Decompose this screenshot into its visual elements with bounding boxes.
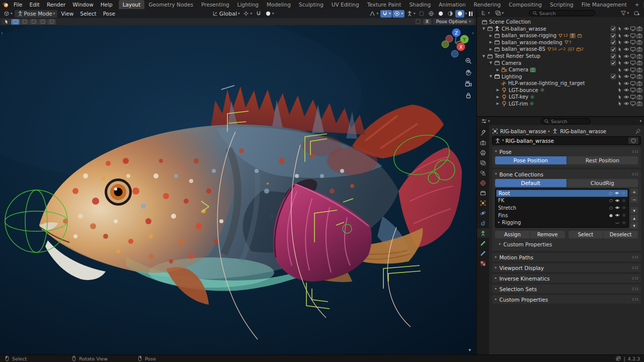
bone-collections-header[interactable]: ▾ Bone Collections: [495, 170, 638, 178]
outliner-row-bs[interactable]: ▶ ballan_wrasse-BS 10 2 2 2: [477, 46, 644, 53]
selectable-toggle[interactable]: [616, 87, 623, 93]
shading-rendered-button[interactable]: [455, 10, 464, 18]
pin-icon[interactable]: [635, 128, 641, 134]
zoom-icon[interactable]: [465, 57, 472, 64]
outliner-row-lgt-bounce[interactable]: ▶ LGT-bounce: [477, 86, 644, 94]
remove-collection-button[interactable]: −: [630, 196, 638, 203]
bone-collection-row-stretch[interactable]: Stretch ○ ☆: [496, 204, 628, 212]
blender-logo-icon[interactable]: [2, 1, 9, 8]
outliner-row-lighting-collection[interactable]: ▼ Lighting: [477, 73, 644, 80]
solo-star-icon[interactable]: ☆: [622, 213, 626, 218]
panel-drag-handle[interactable]: [632, 150, 638, 153]
disable-render-toggle[interactable]: [636, 80, 642, 86]
outliner-filter-dropdown[interactable]: ▾: [619, 10, 631, 17]
add-collection-button[interactable]: +: [630, 189, 638, 195]
select-mode-invert-button[interactable]: [38, 19, 47, 25]
hide-viewport-toggle[interactable]: [623, 60, 629, 66]
network-offline-icon[interactable]: [615, 355, 621, 361]
visibility-dot[interactable]: ○: [609, 206, 613, 210]
disable-render-toggle[interactable]: [636, 87, 642, 93]
tab-bone-constraints[interactable]: [477, 248, 489, 258]
tab-view-layer[interactable]: [477, 158, 489, 167]
tab-bone[interactable]: [477, 238, 489, 248]
data-name-value[interactable]: RIG-ballan_wrasse: [506, 138, 554, 144]
selectable-toggle[interactable]: [616, 67, 623, 72]
hide-viewport-toggle[interactable]: [623, 39, 629, 45]
disable-viewport-toggle[interactable]: [629, 73, 636, 79]
menu-help[interactable]: Help: [97, 0, 116, 9]
sidebar-expand-arrow[interactable]: ‹: [472, 30, 474, 36]
specials-dropdown[interactable]: ▾: [630, 207, 638, 214]
tab-compositing[interactable]: Compositing: [505, 0, 546, 9]
breadcrumb-data[interactable]: RIG-ballan_wrasse: [560, 129, 606, 134]
select-mode-subtract-button[interactable]: [29, 19, 38, 25]
mirror-x-toggle[interactable]: X: [423, 19, 431, 25]
tab-animation[interactable]: Animation: [435, 0, 470, 9]
new-collection-button[interactable]: [632, 10, 641, 17]
pause-render-button[interactable]: [467, 10, 474, 18]
navigation-gizmo[interactable]: Z Y X: [437, 26, 469, 58]
properties-options-dropdown[interactable]: ▾: [639, 120, 641, 123]
tab-scene[interactable]: [477, 168, 489, 177]
solo-star-icon[interactable]: ☆: [621, 191, 625, 196]
solo-star-icon[interactable]: ☆: [622, 198, 626, 203]
disable-viewport-toggle[interactable]: [629, 46, 636, 52]
outliner-row-scene-collection[interactable]: Scene Collection: [477, 19, 644, 26]
move-up-button[interactable]: ▴: [630, 215, 638, 221]
snap-toggle[interactable]: [254, 10, 263, 18]
selectable-toggle[interactable]: [616, 47, 623, 52]
disable-render-toggle[interactable]: [636, 46, 642, 52]
selectable-toggle[interactable]: [616, 101, 623, 106]
disable-viewport-toggle[interactable]: [629, 87, 636, 93]
disable-render-toggle[interactable]: [636, 39, 642, 45]
solo-star-icon[interactable]: ☆: [622, 220, 626, 225]
expand-icon[interactable]: ▸: [498, 221, 500, 224]
menu-file[interactable]: File: [10, 0, 26, 9]
selectable-toggle[interactable]: [616, 74, 623, 79]
tab-armature-data[interactable]: [477, 228, 489, 238]
tab-tool[interactable]: [477, 128, 489, 137]
motion-paths-panel[interactable]: ▸Motion Paths: [492, 253, 641, 261]
outliner-row-hlp-target[interactable]: HLP-wrasse-lighting_rig_target: [477, 80, 644, 87]
tab-texture[interactable]: [477, 258, 489, 268]
toggle-xray-button[interactable]: [417, 10, 426, 18]
disable-viewport-toggle[interactable]: [629, 101, 636, 107]
outliner-row-camera-collection[interactable]: ▼ Camera: [477, 59, 644, 66]
editor-type-button[interactable]: ▾: [2, 10, 14, 18]
disable-render-toggle[interactable]: [636, 73, 642, 79]
shading-wireframe-button[interactable]: [427, 10, 436, 18]
tab-object-constraints[interactable]: [477, 218, 489, 228]
disable-viewport-toggle[interactable]: [629, 26, 636, 32]
tab-cloudrig[interactable]: CloudRig: [567, 179, 638, 187]
tab-object[interactable]: [477, 198, 489, 208]
panel-drag-handle[interactable]: [632, 288, 638, 290]
bone-collection-row-fins[interactable]: Fins ● ☆: [496, 212, 628, 219]
hide-viewport-toggle[interactable]: [623, 26, 629, 32]
tab-shading[interactable]: Shading: [405, 0, 435, 9]
tab-default[interactable]: Default: [495, 179, 567, 187]
panel-drag-handle[interactable]: [632, 173, 638, 175]
tab-scripting[interactable]: Scripting: [546, 0, 578, 9]
outliner-row-modeling[interactable]: ▶ ballan_wrasse-modeling 7: [477, 39, 644, 46]
expand-icon[interactable]: ▶: [488, 47, 494, 51]
remove-button[interactable]: Remove: [530, 231, 565, 238]
pose-position-button[interactable]: Pose Position: [495, 156, 567, 164]
outliner-row-rigging[interactable]: ▶ ballan_wrasse-rigging 12: [477, 32, 644, 39]
custom-properties-panel[interactable]: ▸Custom Properties: [492, 295, 641, 304]
camera-view-icon[interactable]: [465, 80, 472, 87]
checkbox-toggle[interactable]: [610, 33, 616, 39]
tab-collection[interactable]: [477, 188, 489, 198]
selectable-toggle[interactable]: [616, 60, 623, 65]
expand-icon[interactable]: ▶: [495, 88, 501, 92]
checkbox-toggle[interactable]: [610, 53, 616, 59]
disable-viewport-toggle[interactable]: [629, 33, 636, 39]
panel-drag-handle[interactable]: [632, 277, 638, 280]
panel-drag-handle[interactable]: [632, 266, 638, 269]
inverse-kinematics-panel[interactable]: ▸Inverse Kinematics: [492, 274, 641, 283]
disable-viewport-toggle[interactable]: [629, 39, 636, 45]
tab-render[interactable]: [477, 138, 489, 147]
hide-viewport-toggle[interactable]: [623, 87, 629, 93]
selectable-toggle[interactable]: [616, 33, 623, 38]
tab-output[interactable]: [477, 148, 489, 157]
bone-collection-row-rigging[interactable]: ▸ Rigging ☆: [496, 219, 628, 226]
